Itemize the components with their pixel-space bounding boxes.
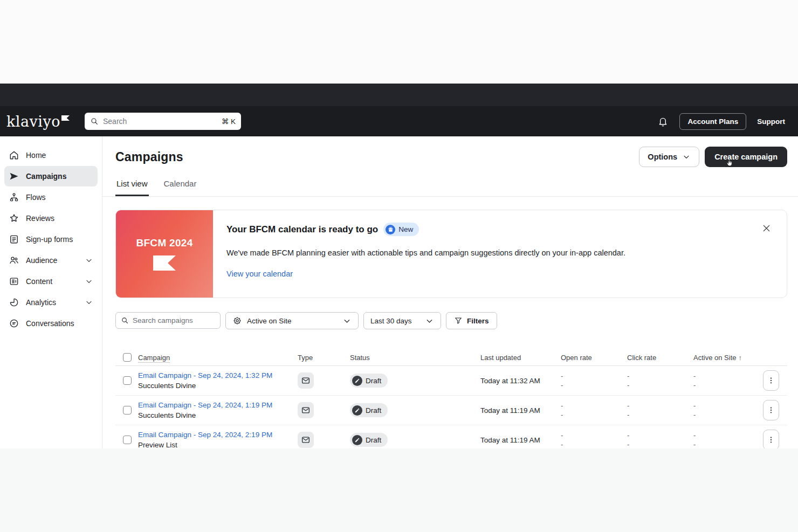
search-shortcut-hint: ⌘ K — [222, 117, 236, 126]
campaign-audience: Succulents Divine — [138, 410, 298, 420]
row-checkbox[interactable] — [123, 436, 132, 444]
row-actions-kebab-button[interactable] — [763, 430, 779, 448]
date-range-dropdown[interactable]: Last 30 days — [363, 312, 441, 329]
last-updated-value: Today at 11:19 AM — [480, 436, 561, 444]
sidebar-item-audience[interactable]: Audience — [0, 250, 102, 271]
row-checkbox[interactable] — [123, 376, 132, 385]
page-top-margin — [0, 0, 798, 84]
chevron-down-icon — [85, 277, 93, 286]
sidebar-item-conversations[interactable]: Conversations — [0, 313, 102, 334]
options-button[interactable]: Options — [639, 147, 699, 167]
open-rate-value: -- — [561, 371, 627, 390]
banner-close-button[interactable] — [761, 223, 772, 233]
app-header: klaviyo ⌘ K Account Plans Support — [0, 106, 798, 136]
active-on-site-dropdown[interactable]: Active on Site — [225, 312, 359, 329]
active-on-site-value: -- — [693, 401, 761, 419]
row-actions-kebab-button[interactable] — [763, 370, 779, 391]
klaviyo-flag-icon — [61, 115, 70, 121]
chevron-down-icon — [342, 316, 352, 326]
global-search-input[interactable] — [103, 117, 217, 126]
table-header-row: Campaign Type Status Last updated Open r… — [115, 349, 787, 366]
sidebar-item-analytics[interactable]: Analytics — [0, 292, 102, 313]
new-badge: New — [383, 223, 419, 236]
column-header-active-on-site[interactable]: Active on Site ↑ — [693, 354, 761, 362]
campaign-search-input[interactable] — [133, 316, 215, 324]
column-header-campaign[interactable]: Campaign — [138, 354, 170, 363]
sidebar-item-label: Sign-up forms — [26, 235, 73, 244]
bfcm-banner-description: We've made BFCM planning easier with act… — [226, 248, 625, 257]
analytics-icon — [9, 297, 19, 308]
sidebar-item-reviews[interactable]: Reviews — [0, 208, 102, 229]
sidebar-item-label: Conversations — [26, 319, 74, 328]
filters-button[interactable]: Filters — [446, 312, 497, 329]
utility-strip — [0, 84, 798, 106]
bfcm-banner-image-text: BFCM 2024 — [136, 237, 192, 249]
sort-ascending-icon: ↑ — [739, 354, 742, 362]
sidebar-item-campaigns[interactable]: Campaigns — [4, 166, 98, 186]
sidebar-item-label: Reviews — [26, 214, 54, 223]
tab-list-view[interactable]: List view — [115, 175, 149, 196]
bfcm-banner: BFCM 2024 Your BFCM calendar is ready to… — [115, 210, 787, 298]
search-icon — [90, 117, 99, 126]
last-updated-value: Today at 11:32 AM — [480, 377, 561, 385]
draft-pencil-icon — [352, 376, 362, 386]
column-header-click-rate: Click rate — [627, 354, 693, 362]
campaign-name-link[interactable]: Email Campaign - Sep 24, 2024, 2:19 PM — [138, 430, 298, 440]
bfcm-banner-body: Your BFCM calendar is ready to go New We… — [213, 210, 625, 298]
tab-calendar[interactable]: Calendar — [163, 175, 198, 196]
chevron-down-icon — [85, 298, 93, 307]
column-header-status: Status — [350, 354, 480, 362]
campaign-audience: Preview List — [138, 440, 298, 448]
campaign-search[interactable] — [115, 312, 221, 329]
klaviyo-flag-icon — [153, 255, 176, 271]
klaviyo-logo[interactable]: klaviyo — [6, 113, 70, 130]
campaign-name-link[interactable]: Email Campaign - Sep 24, 2024, 1:32 PM — [138, 370, 298, 381]
sidebar-item-content[interactable]: Content — [0, 271, 102, 292]
bfcm-banner-title: Your BFCM calendar is ready to go — [226, 224, 378, 235]
notifications-bell-icon[interactable] — [657, 116, 669, 127]
sidebar-item-flows[interactable]: Flows — [0, 187, 102, 208]
sidebar-item-signup-forms[interactable]: Sign-up forms — [0, 229, 102, 250]
page-bottom-margin — [0, 448, 798, 532]
page-header-actions: Options Create campaign — [639, 147, 787, 167]
chevron-down-icon — [425, 316, 434, 326]
sidebar-item-label: Audience — [26, 256, 57, 265]
view-calendar-link[interactable]: View your calendar — [226, 270, 293, 278]
open-rate-value: -- — [561, 431, 627, 448]
email-type-icon — [298, 432, 314, 448]
global-search[interactable]: ⌘ K — [85, 113, 241, 130]
open-rate-value: -- — [561, 401, 627, 419]
sidebar-item-label: Flows — [26, 193, 46, 202]
account-plans-button[interactable]: Account Plans — [679, 113, 746, 130]
sidebar-item-label: Analytics — [26, 298, 56, 307]
search-icon — [121, 316, 129, 324]
main-content: Campaigns Options Create campaign List v… — [102, 136, 798, 448]
active-on-site-value: -- — [693, 371, 761, 390]
draft-pencil-icon — [352, 405, 362, 416]
create-campaign-button[interactable]: Create campaign — [705, 147, 787, 167]
form-icon — [9, 234, 19, 245]
draft-pencil-icon — [352, 435, 362, 445]
conversations-icon — [9, 318, 19, 329]
status-badge: Draft — [350, 403, 388, 417]
active-on-site-value: -- — [693, 431, 761, 448]
email-type-icon — [298, 402, 314, 418]
gear-icon — [232, 316, 242, 326]
close-icon — [761, 223, 772, 233]
klaviyo-app-window: klaviyo ⌘ K Account Plans Support Home C… — [0, 84, 798, 448]
sidebar-nav: Home Campaigns Flows Reviews Sign-up for… — [0, 136, 102, 448]
gift-icon — [386, 225, 395, 234]
row-checkbox[interactable] — [123, 406, 132, 414]
row-actions-kebab-button[interactable] — [763, 400, 779, 420]
sidebar-item-label: Home — [26, 151, 46, 160]
column-header-last-updated: Last updated — [480, 354, 561, 362]
funnel-icon — [454, 316, 463, 325]
campaign-audience: Succulents Divine — [138, 381, 298, 391]
sidebar-item-home[interactable]: Home — [0, 145, 102, 165]
select-all-checkbox[interactable] — [123, 353, 132, 362]
table-row: Email Campaign - Sep 24, 2024, 2:19 PM P… — [115, 425, 787, 448]
campaign-name-link[interactable]: Email Campaign - Sep 24, 2024, 1:19 PM — [138, 400, 298, 410]
bfcm-banner-image: BFCM 2024 — [116, 210, 213, 298]
click-rate-value: -- — [627, 431, 693, 448]
support-link[interactable]: Support — [757, 118, 785, 126]
